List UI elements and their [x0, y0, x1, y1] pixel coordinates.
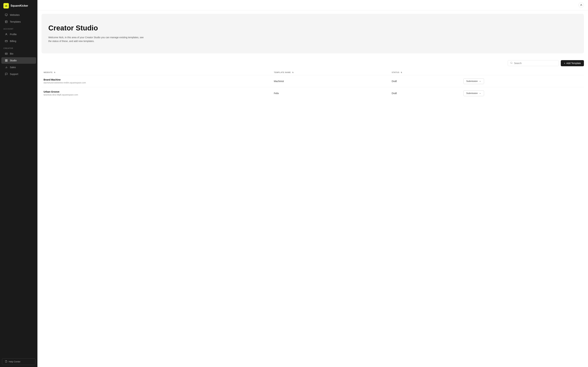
table-body: Brand Machine dachshund-wolverine-mn8m.s… [42, 75, 584, 99]
cell-status-1: Draft [390, 87, 461, 99]
table-header: WEBSITE ⇅ TEMPLATE NAME ⇅ STATUS ⇅ [42, 70, 584, 75]
cell-template-name-0: Machinist [272, 75, 390, 87]
add-template-button[interactable]: + Add Template [561, 60, 584, 66]
sidebar-item-profile-label: Profile [10, 33, 17, 36]
col-website: WEBSITE ⇅ [42, 70, 272, 75]
svg-point-21 [510, 62, 512, 64]
table-row: Brand Machine dachshund-wolverine-mn8m.s… [42, 75, 584, 87]
user-icon [5, 33, 8, 36]
search-input[interactable] [514, 62, 556, 65]
cell-status-0: Draft [390, 75, 461, 87]
message-icon [5, 73, 8, 76]
layout-icon [5, 20, 8, 23]
plus-icon: + [564, 62, 565, 65]
grid-icon [5, 59, 8, 62]
submission-label-1: Submission [466, 92, 478, 94]
templates-table: WEBSITE ⇅ TEMPLATE NAME ⇅ STATUS ⇅ [42, 70, 584, 99]
sidebar-item-templates[interactable]: Templates [1, 18, 36, 25]
bar-chart-icon [5, 66, 8, 69]
topbar [37, 0, 588, 10]
help-icon [5, 360, 7, 363]
submission-button-1[interactable]: Submission → [463, 90, 484, 96]
main-content: Creator Studio Welcome Nick, in this are… [37, 0, 588, 367]
cell-website-1: Urban Groove tarantula-okra-58p6.squares… [42, 87, 272, 99]
search-box[interactable] [508, 60, 559, 66]
svg-rect-0 [5, 14, 7, 16]
sidebar-item-billing[interactable]: Billing [1, 38, 36, 44]
arrow-icon-1: → [479, 92, 481, 95]
col-template-name: TEMPLATE NAME ⇅ [272, 70, 390, 75]
sidebar-item-sales[interactable]: Sales [1, 64, 36, 70]
col-action [461, 70, 584, 75]
cell-action-0: Submission → [461, 75, 584, 87]
svg-rect-14 [7, 59, 7, 60]
add-template-label: Add Template [566, 62, 581, 65]
search-icon [510, 62, 513, 65]
sidebar-item-support[interactable]: Support [1, 71, 36, 77]
sidebar-item-websites[interactable]: Websites [1, 12, 36, 18]
col-status: STATUS ⇅ [390, 70, 461, 75]
sidebar-item-support-label: Support [10, 73, 18, 75]
website-url-1: tarantula-okra-58p6.squarespace.com [43, 94, 270, 96]
submission-button-0[interactable]: Submission → [463, 78, 484, 84]
sort-arrow-website[interactable]: ⇅ [54, 72, 55, 73]
hero-section: Creator Studio Welcome Nick, in this are… [42, 14, 584, 53]
cell-website-0: Brand Machine dachshund-wolverine-mn8m.s… [42, 75, 272, 87]
monitor-icon [5, 13, 8, 17]
svg-point-20 [581, 4, 581, 5]
creator-section-label: CREATOR [0, 44, 37, 50]
svg-rect-15 [5, 61, 6, 61]
sidebar-item-bio-label: Bio [10, 52, 13, 55]
sidebar: sk SquareKicker Websites Templates ACCOU… [0, 0, 37, 367]
arrow-icon-0: → [479, 80, 481, 83]
toolbar-row: + Add Template [42, 60, 584, 66]
svg-line-22 [512, 63, 512, 64]
hero-description: Welcome Nick, in this area of your Creat… [48, 35, 147, 43]
svg-rect-16 [7, 61, 7, 61]
sidebar-item-studio[interactable]: Studio [1, 57, 36, 64]
website-url-0: dachshund-wolverine-mn8m.squarespace.com [43, 82, 270, 84]
sort-arrow-status[interactable]: ⇅ [401, 72, 402, 73]
sidebar-item-studio-label: Studio [10, 59, 17, 62]
account-section-label: ACCOUNT [0, 25, 37, 31]
sidebar-item-sales-label: Sales [10, 66, 16, 69]
sort-arrow-template-name[interactable]: ⇅ [292, 72, 294, 73]
user-avatar-button[interactable] [579, 2, 584, 8]
submission-label-0: Submission [466, 80, 478, 83]
id-card-icon [5, 52, 8, 55]
svg-point-10 [6, 53, 6, 54]
table-row: Urban Groove tarantula-okra-58p6.squares… [42, 87, 584, 99]
help-center-label: Help Center [9, 360, 20, 363]
app-logo[interactable]: sk SquareKicker [0, 0, 37, 12]
credit-card-icon [5, 40, 8, 43]
content-area: + Add Template WEBSITE ⇅ TEMPLATE NAME ⇅ [37, 57, 588, 103]
website-name-0: Brand Machine [43, 78, 270, 81]
svg-rect-13 [5, 59, 6, 60]
hero-title: Creator Studio [48, 24, 577, 32]
app-name: SquareKicker [10, 4, 28, 7]
sidebar-item-billing-label: Billing [10, 40, 16, 42]
sidebar-item-bio[interactable]: Bio [1, 50, 36, 57]
svg-rect-7 [5, 40, 7, 42]
sidebar-item-templates-label: Templates [10, 20, 21, 23]
website-name-1: Urban Groove [43, 90, 270, 93]
sidebar-item-profile[interactable]: Profile [1, 31, 36, 38]
logo-icon: sk [3, 3, 9, 8]
cell-template-name-1: Felix [272, 87, 390, 99]
help-center-button[interactable]: Help Center [2, 358, 35, 365]
cell-action-1: Submission → [461, 87, 584, 99]
sidebar-item-websites-label: Websites [10, 14, 20, 16]
svg-rect-3 [5, 21, 7, 23]
svg-point-6 [6, 33, 7, 34]
